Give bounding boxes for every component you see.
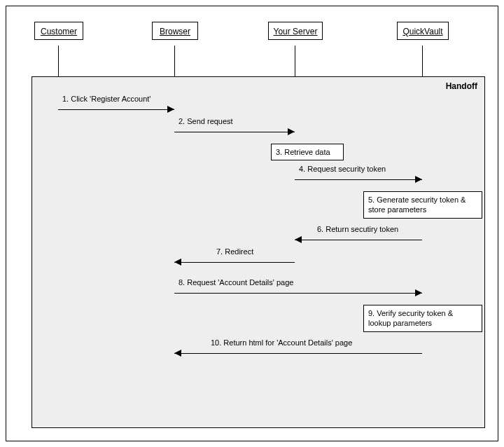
message-4: 4. Request security token <box>295 174 422 184</box>
message-2: 2. Send request <box>174 127 295 137</box>
node-9: 9. Verify security token & lookup parame… <box>363 305 482 332</box>
participant-server: Your Server <box>268 22 323 40</box>
message-4-label: 4. Request security token <box>299 165 386 173</box>
participant-customer: Customer <box>34 22 83 40</box>
message-7-label: 7. Redirect <box>216 247 253 256</box>
handoff-label: Handoff <box>446 81 477 91</box>
node-3: 3. Retrieve data <box>271 144 344 160</box>
message-6: 6. Return secutiry token <box>295 235 422 245</box>
message-8: 8. Request 'Account Details' page <box>174 288 422 298</box>
message-1: 1. Click 'Register Account' <box>58 104 174 114</box>
message-6-label: 6. Return secutiry token <box>317 225 398 233</box>
message-1-label: 1. Click 'Register Account' <box>62 95 150 103</box>
message-10: 10. Return html for 'Account Details' pa… <box>174 348 422 358</box>
diagram-frame: Handoff Customer Browser Your Server Qui… <box>6 6 498 441</box>
message-7: 7. Redirect <box>174 257 295 267</box>
participant-quickvault: QuickVault <box>397 22 449 40</box>
message-10-label: 10. Return html for 'Account Details' pa… <box>211 338 352 347</box>
participant-browser: Browser <box>152 22 198 40</box>
message-2-label: 2. Send request <box>178 117 233 125</box>
diagram-canvas: Handoff Customer Browser Your Server Qui… <box>0 0 504 447</box>
node-5: 5. Generate security token & store param… <box>363 191 482 219</box>
message-8-label: 8. Request 'Account Details' page <box>178 278 293 287</box>
